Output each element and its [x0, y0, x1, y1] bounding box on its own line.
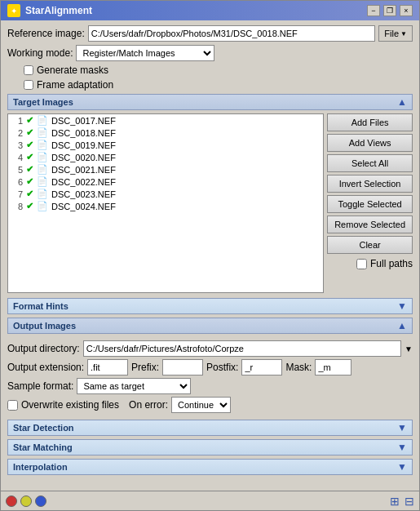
file-icon: 📄 [37, 115, 48, 126]
content-area: Reference image: File ▼ Working mode: Re… [1, 20, 419, 491]
file-name: DSC_0023.NEF [51, 189, 116, 199]
prefix-label: Prefix: [131, 362, 159, 373]
file-name: DSC_0018.NEF [51, 128, 116, 138]
file-num: 6 [11, 177, 23, 187]
full-paths-label: Full paths [370, 258, 413, 269]
sample-format-label: Sample format: [7, 380, 73, 392]
overwrite-checkbox[interactable] [7, 400, 18, 411]
output-section: Output directory: ▼ Output extension: Pr… [7, 337, 413, 416]
list-item[interactable]: 1 ✔ 📄 DSC_0017.NEF [8, 114, 323, 127]
file-list[interactable]: 1 ✔ 📄 DSC_0017.NEF 2 ✔ 📄 DSC_0018.NEF 3 … [7, 113, 324, 293]
full-paths-row: Full paths [327, 258, 413, 269]
list-item[interactable]: 3 ✔ 📄 DSC_0019.NEF [8, 139, 323, 151]
mask-input[interactable] [315, 359, 351, 375]
list-item[interactable]: 8 ✔ 📄 DSC_0024.NEF [8, 200, 323, 212]
reference-image-row: Reference image: File ▼ [7, 25, 413, 42]
file-icon: 📄 [37, 140, 48, 150]
check-icon: ✔ [26, 189, 33, 199]
check-icon: ✔ [26, 115, 33, 126]
file-name: DSC_0017.NEF [51, 116, 116, 126]
check-icon: ✔ [26, 164, 33, 175]
status-right: ⊞ ⊟ [390, 495, 414, 508]
frame-adaptation-checkbox[interactable] [24, 80, 33, 90]
check-icon: ✔ [26, 176, 33, 187]
remove-selected-button[interactable]: Remove Selected [327, 216, 413, 233]
status-dot-blue [35, 495, 46, 507]
prefix-input[interactable] [162, 359, 203, 375]
file-name: DSC_0022.NEF [51, 177, 116, 187]
file-dropdown-button[interactable]: File ▼ [378, 25, 413, 42]
output-dir-row: Output directory: ▼ [7, 340, 413, 357]
file-num: 3 [11, 140, 23, 150]
file-num: 2 [11, 128, 23, 138]
star-matching-arrow-icon: ▼ [397, 442, 407, 453]
file-icon: 📄 [37, 189, 48, 199]
list-item[interactable]: 6 ✔ 📄 DSC_0022.NEF [8, 176, 323, 188]
sample-format-row: Sample format: Same as target [7, 378, 413, 394]
output-images-title: Output Images [13, 321, 76, 331]
file-icon: 📄 [37, 176, 48, 187]
check-icon: ✔ [26, 152, 33, 162]
output-images-arrow-icon: ▲ [397, 320, 407, 331]
overwrite-label: Overwrite existing files [21, 399, 119, 411]
frame-adaptation-row: Frame adaptation [24, 79, 413, 91]
target-images-header[interactable]: Target Images ▲ [7, 94, 413, 110]
list-item[interactable]: 5 ✔ 📄 DSC_0021.NEF [8, 163, 323, 176]
file-icon: 📄 [37, 164, 48, 175]
app-icon: ✦ [7, 4, 20, 17]
expand-icon[interactable]: ⊞ [390, 495, 400, 508]
working-mode-row: Working mode: Register/Match Images [7, 45, 413, 61]
file-name: DSC_0024.NEF [51, 202, 116, 211]
target-images-container: 1 ✔ 📄 DSC_0017.NEF 2 ✔ 📄 DSC_0018.NEF 3 … [7, 113, 413, 293]
file-dropdown-arrow-icon: ▼ [400, 30, 407, 38]
select-all-button[interactable]: Select All [327, 154, 413, 172]
list-item[interactable]: 2 ✔ 📄 DSC_0018.NEF [8, 127, 323, 139]
output-dir-label: Output directory: [7, 343, 80, 354]
restore-button[interactable]: ❐ [383, 5, 396, 16]
full-paths-checkbox[interactable] [356, 259, 367, 269]
toggle-selected-button[interactable]: Toggle Selected [327, 195, 413, 213]
postfix-input[interactable] [241, 359, 282, 375]
on-error-label: On error: [129, 399, 168, 411]
sample-format-select[interactable]: Same as target [77, 378, 191, 394]
settings-icon[interactable]: ⊟ [405, 495, 414, 508]
file-num: 5 [11, 165, 23, 175]
format-hints-title: Format Hints [13, 301, 69, 311]
output-images-header[interactable]: Output Images ▲ [7, 318, 413, 334]
generate-masks-checkbox[interactable] [24, 65, 33, 75]
mask-label: Mask: [285, 362, 312, 373]
target-buttons-column: Add Files Add Views Select All Invert Se… [327, 113, 413, 293]
interpolation-header[interactable]: Interpolation ▼ [7, 459, 413, 475]
output-ext-row: Output extension: Prefix: Postfix: Mask: [7, 359, 413, 375]
format-hints-header[interactable]: Format Hints ▼ [7, 298, 413, 314]
check-icon: ✔ [26, 201, 33, 211]
check-icon: ✔ [26, 140, 33, 150]
output-ext-input[interactable] [87, 359, 128, 375]
format-hints-arrow-icon: ▼ [397, 300, 407, 312]
frame-adaptation-label: Frame adaptation [37, 79, 113, 91]
working-mode-select[interactable]: Register/Match Images [76, 45, 214, 61]
postfix-label: Postfix: [206, 362, 238, 373]
output-dir-dropdown-icon[interactable]: ▼ [405, 344, 413, 353]
file-num: 4 [11, 153, 23, 162]
output-dir-input[interactable] [83, 340, 401, 357]
close-button[interactable]: × [400, 5, 413, 16]
clear-button[interactable]: Clear [327, 236, 413, 254]
file-num: 1 [11, 116, 23, 126]
add-views-button[interactable]: Add Views [327, 134, 413, 152]
list-item[interactable]: 7 ✔ 📄 DSC_0023.NEF [8, 188, 323, 200]
star-detection-arrow-icon: ▼ [397, 422, 407, 433]
reference-image-input[interactable] [88, 25, 376, 42]
minimize-button[interactable]: − [367, 5, 380, 16]
file-icon: 📄 [37, 201, 48, 211]
star-matching-header[interactable]: Star Matching ▼ [7, 439, 413, 455]
star-detection-header[interactable]: Star Detection ▼ [7, 420, 413, 436]
add-files-button[interactable]: Add Files [327, 113, 413, 131]
list-item[interactable]: 4 ✔ 📄 DSC_0020.NEF [8, 151, 323, 163]
invert-selection-button[interactable]: Invert Selection [327, 175, 413, 193]
on-error-select[interactable]: Continue [171, 397, 231, 413]
output-content: Output directory: ▼ Output extension: Pr… [7, 337, 413, 416]
window-title: StarAlignment [25, 5, 92, 16]
target-images-arrow-icon: ▲ [397, 96, 407, 108]
interpolation-arrow-icon: ▼ [397, 461, 407, 473]
